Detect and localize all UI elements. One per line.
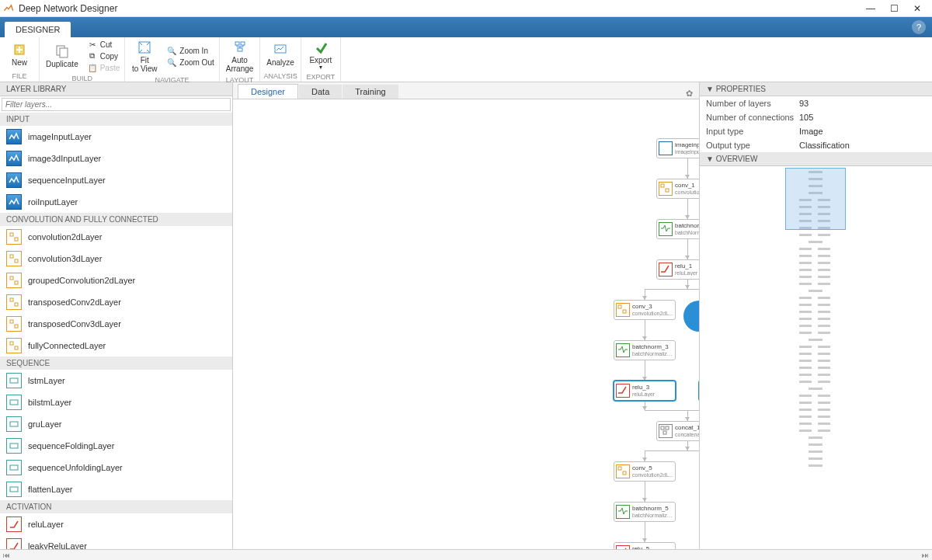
layer-label: gruLayer bbox=[28, 419, 61, 429]
fit-to-view-button[interactable]: Fit to View bbox=[128, 39, 161, 75]
network-node-batchnorm_1[interactable]: batchnorm_1batchNormaliza... bbox=[656, 219, 699, 239]
layer-item[interactable]: groupedConvolution2dLayer bbox=[0, 270, 232, 291]
layer-icon bbox=[6, 395, 22, 410]
network-node-concat_1[interactable]: concat_1concatenationL... bbox=[656, 421, 699, 441]
layer-icon bbox=[6, 373, 22, 388]
layer-item[interactable]: bilstmLayer bbox=[0, 391, 232, 413]
layer-item[interactable]: sequenceFoldingLayer bbox=[0, 435, 232, 457]
layer-icon bbox=[6, 538, 22, 549]
paste-icon: 📋 bbox=[88, 63, 97, 72]
property-key: Number of layers bbox=[706, 99, 799, 108]
canvas-tabs: Designer Data Training ✿ bbox=[233, 82, 699, 99]
close-button[interactable]: ✕ bbox=[906, 3, 929, 14]
layer-icon bbox=[6, 273, 22, 288]
main-area: LAYER LIBRARY INPUTimageInputLayerimage3… bbox=[0, 82, 932, 549]
properties-panel: ▼ PROPERTIES Number of layers93Number of… bbox=[699, 82, 932, 549]
layer-icon bbox=[6, 129, 22, 144]
network-node-batchnorm_3[interactable]: batchnorm_3batchNormaliza... bbox=[614, 340, 676, 360]
layer-label: lstmLayer bbox=[28, 376, 65, 385]
svg-rect-19 bbox=[15, 346, 18, 350]
layer-item[interactable]: sequenceInputLayer bbox=[0, 169, 232, 191]
network-node-relu_3[interactable]: relu_3reluLayer bbox=[614, 381, 676, 401]
layer-item[interactable]: transposedConv2dLayer bbox=[0, 291, 232, 313]
new-button[interactable]: New bbox=[3, 41, 36, 68]
layer-item[interactable]: convolution3dLayer bbox=[0, 248, 232, 270]
svg-rect-7 bbox=[275, 45, 286, 53]
layer-icon bbox=[6, 229, 22, 245]
svg-rect-18 bbox=[10, 342, 13, 345]
copy-icon: ⧉ bbox=[88, 51, 97, 61]
svg-rect-33 bbox=[666, 426, 669, 430]
auto-arrange-icon bbox=[233, 40, 247, 54]
canvas-tab-data[interactable]: Data bbox=[299, 85, 342, 99]
filter-layers-input[interactable] bbox=[2, 98, 231, 111]
layer-category: CONVOLUTION AND FULLY CONNECTED bbox=[0, 213, 232, 226]
layer-item[interactable]: gruLayer bbox=[0, 413, 232, 435]
export-button[interactable]: Export ▼ bbox=[304, 39, 337, 71]
layer-icon bbox=[6, 438, 22, 454]
help-button[interactable]: ? bbox=[912, 20, 926, 34]
layer-item[interactable]: image3dInputLayer bbox=[0, 148, 232, 169]
zoom-in-icon: 🔍 bbox=[167, 47, 176, 56]
maximize-button[interactable]: ☐ bbox=[882, 3, 906, 14]
window-title: Deep Network Designer bbox=[19, 3, 859, 14]
node-icon bbox=[616, 303, 630, 317]
layer-category: ACTIVATION bbox=[0, 500, 232, 513]
layer-icon bbox=[6, 460, 22, 475]
svg-rect-4 bbox=[235, 42, 239, 45]
scroll-right-icon[interactable]: ⏭ bbox=[922, 551, 929, 559]
layer-label: sequenceInputLayer bbox=[28, 176, 106, 185]
layer-item[interactable]: flattenLayer bbox=[0, 478, 232, 500]
tab-designer[interactable]: DESIGNER bbox=[5, 22, 71, 37]
cut-button[interactable]: ✂Cut bbox=[86, 39, 122, 50]
minimize-button[interactable]: — bbox=[859, 3, 882, 14]
property-value: Image bbox=[799, 127, 823, 136]
auto-arrange-button[interactable]: Auto Arrange bbox=[223, 39, 257, 75]
layer-library-panel: LAYER LIBRARY INPUTimageInputLayerimage3… bbox=[0, 82, 233, 549]
network-node-imageinput[interactable]: imageinputimageInputLayer bbox=[656, 138, 699, 158]
node-name: conv_1 bbox=[675, 183, 699, 190]
layer-item[interactable]: roiInputLayer bbox=[0, 191, 232, 213]
layer-list[interactable]: INPUTimageInputLayerimage3dInputLayerseq… bbox=[0, 113, 232, 549]
network-node-conv_1[interactable]: conv_1convolution2dL... bbox=[656, 179, 699, 199]
layer-item[interactable]: convolution2dLayer bbox=[0, 226, 232, 248]
layer-item[interactable]: fullyConnectedLayer bbox=[0, 335, 232, 357]
svg-rect-14 bbox=[10, 298, 13, 301]
designer-canvas-panel: Designer Data Training ✿ imageinputimage… bbox=[233, 82, 699, 549]
zoom-in-button[interactable]: 🔍Zoom In bbox=[165, 46, 215, 57]
zoom-out-button[interactable]: 🔍Zoom Out bbox=[165, 57, 215, 68]
paste-button[interactable]: 📋Paste bbox=[86, 62, 122, 73]
network-node-conv_3[interactable]: conv_3convolution2dL... bbox=[614, 300, 676, 320]
layer-icon bbox=[6, 251, 22, 266]
node-icon bbox=[659, 141, 673, 155]
network-node-relu_5[interactable]: relu_5reluLayer bbox=[614, 542, 676, 549]
analyze-button[interactable]: Analyze bbox=[263, 41, 297, 68]
node-icon bbox=[659, 222, 673, 236]
layer-item[interactable]: imageInputLayer bbox=[0, 126, 232, 148]
layer-label: image3dInputLayer bbox=[28, 154, 101, 163]
duplicate-button[interactable]: Duplicate bbox=[43, 43, 82, 70]
layer-item[interactable]: sequenceUnfoldingLayer bbox=[0, 457, 232, 478]
network-node-batchnorm_5[interactable]: batchnorm_5batchNormaliza... bbox=[614, 502, 676, 522]
scroll-left-icon[interactable]: ⏮ bbox=[3, 551, 10, 559]
network-node-conv_5[interactable]: conv_5convolution2dL... bbox=[614, 461, 676, 482]
property-value: 105 bbox=[799, 113, 813, 122]
canvas-tab-designer[interactable]: Designer bbox=[238, 84, 298, 99]
properties-list: Number of layers93Number of connections1… bbox=[700, 96, 932, 152]
zoom-out-icon: 🔍 bbox=[167, 58, 176, 68]
layer-item[interactable]: reluLayer bbox=[0, 513, 232, 535]
node-type: batchNormaliza... bbox=[675, 230, 699, 236]
layer-item[interactable]: lstmLayer bbox=[0, 370, 232, 391]
ribbon: New FILE Duplicate ✂Cut ⧉Copy 📋Paste BUI… bbox=[0, 37, 932, 82]
analyze-icon bbox=[273, 43, 287, 57]
property-row: Number of layers93 bbox=[700, 96, 932, 110]
overview-map[interactable] bbox=[700, 166, 932, 549]
copy-button[interactable]: ⧉Copy bbox=[86, 50, 122, 61]
canvas-tab-training[interactable]: Training bbox=[343, 85, 398, 99]
layer-item[interactable]: transposedConv3dLayer bbox=[0, 313, 232, 335]
canvas-settings-icon[interactable]: ✿ bbox=[686, 89, 693, 99]
network-canvas[interactable]: imageinputimageInputLayerconv_1convoluti… bbox=[233, 99, 699, 549]
layer-icon bbox=[6, 294, 22, 310]
layer-item[interactable]: leakyReluLayer bbox=[0, 535, 232, 549]
network-node-relu_1[interactable]: relu_1reluLayer bbox=[656, 259, 699, 280]
